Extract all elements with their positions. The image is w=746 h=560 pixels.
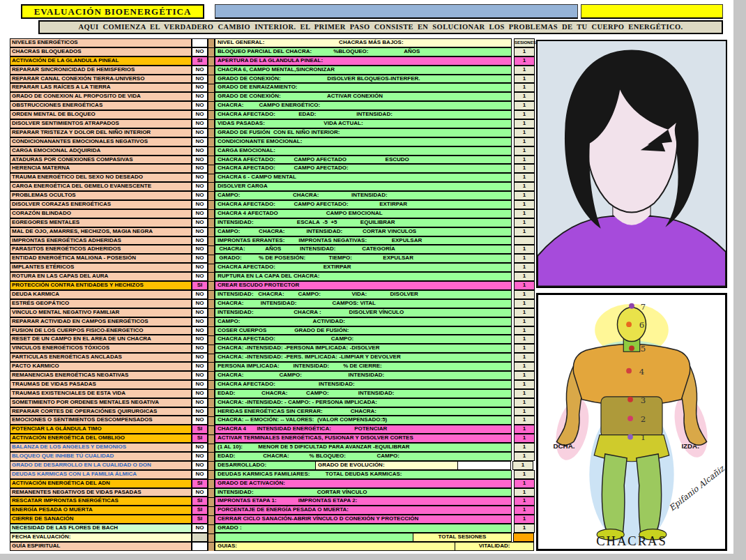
left-row-value[interactable] bbox=[191, 533, 208, 542]
chakra-dot-3[interactable] bbox=[627, 397, 633, 402]
left-row-value[interactable]: SI bbox=[191, 425, 208, 434]
session-cell[interactable]: 1 bbox=[514, 164, 535, 173]
left-row-value[interactable]: NO bbox=[191, 146, 208, 156]
session-cell[interactable]: 1 bbox=[514, 416, 535, 425]
middle-cell[interactable]: GUIAS: bbox=[215, 542, 455, 551]
session-cell[interactable]: 1 bbox=[514, 488, 535, 497]
left-row-value[interactable]: NO bbox=[191, 389, 208, 398]
left-row-value[interactable]: NO bbox=[191, 371, 208, 380]
left-row-value[interactable]: NO bbox=[191, 47, 208, 56]
left-row-value[interactable]: NO bbox=[191, 380, 208, 389]
left-row-value[interactable]: NO bbox=[191, 218, 208, 227]
left-row-value[interactable]: NO bbox=[191, 272, 208, 281]
session-cell[interactable]: 1 bbox=[514, 66, 535, 75]
left-row-value[interactable]: SI bbox=[191, 515, 208, 524]
session-cell[interactable]: 1 bbox=[514, 389, 535, 398]
left-row-value[interactable]: NO bbox=[191, 83, 208, 92]
session-cell[interactable]: 1 bbox=[514, 398, 535, 407]
session-cell[interactable]: 1 bbox=[514, 128, 535, 137]
left-row-value[interactable]: NO bbox=[191, 335, 208, 344]
left-row-value[interactable]: SI bbox=[191, 56, 208, 66]
session-cell[interactable]: 1 bbox=[514, 353, 535, 362]
session-cell[interactable]: 1 bbox=[514, 92, 535, 101]
left-row-value[interactable]: SI bbox=[191, 281, 208, 290]
header-blue-field[interactable] bbox=[215, 4, 578, 19]
session-cell[interactable]: 1 bbox=[514, 317, 535, 326]
middle-cell[interactable]: TOTAL SESIONES bbox=[413, 533, 512, 542]
session-cell[interactable] bbox=[514, 236, 535, 245]
left-row-value[interactable]: NO bbox=[191, 164, 208, 173]
middle-cell[interactable]: VITALIDAD: bbox=[455, 542, 534, 551]
left-row-value[interactable]: NO bbox=[191, 137, 208, 146]
chakra-dot-4[interactable] bbox=[626, 368, 632, 374]
session-cell[interactable]: 1 bbox=[514, 470, 535, 479]
session-cell[interactable]: 1 bbox=[514, 47, 535, 56]
chakra-dot-5[interactable] bbox=[629, 345, 634, 351]
session-cell[interactable]: 1 bbox=[514, 326, 535, 335]
left-row-value[interactable]: NO bbox=[191, 182, 208, 191]
session-cell[interactable]: 1 bbox=[514, 83, 535, 92]
left-row-value[interactable]: SI bbox=[191, 434, 208, 443]
session-cell[interactable]: 1 bbox=[514, 479, 535, 488]
left-row-value[interactable]: NO bbox=[191, 101, 208, 110]
session-cell[interactable] bbox=[513, 533, 534, 542]
left-row-value[interactable]: NO bbox=[191, 308, 208, 317]
left-row-value[interactable]: NO bbox=[191, 353, 208, 362]
session-cell[interactable]: 1 bbox=[514, 182, 535, 191]
chakra-dot-2[interactable] bbox=[627, 416, 633, 421]
session-cell[interactable]: 1 bbox=[514, 200, 535, 209]
session-cell[interactable]: 1 bbox=[514, 56, 535, 66]
left-row-value[interactable]: NO bbox=[191, 344, 208, 353]
session-cell[interactable]: 1 bbox=[514, 137, 535, 146]
session-cell[interactable]: 1 bbox=[514, 218, 535, 227]
session-cell[interactable]: 1 bbox=[514, 254, 535, 263]
left-row-value[interactable]: SI bbox=[191, 506, 208, 515]
session-cell[interactable]: 1 bbox=[514, 101, 535, 110]
session-cell[interactable]: 1 bbox=[514, 452, 535, 461]
session-cell[interactable]: 1 bbox=[514, 506, 535, 515]
session-cell[interactable]: 1 bbox=[514, 245, 535, 254]
session-cell[interactable]: 1 bbox=[514, 425, 535, 434]
left-row-value[interactable]: NO bbox=[191, 443, 208, 452]
left-row-value[interactable]: NO bbox=[191, 209, 208, 218]
left-row-value[interactable]: NO bbox=[191, 416, 208, 425]
left-row-value[interactable]: NO bbox=[191, 290, 208, 299]
session-cell[interactable]: 1 bbox=[514, 299, 535, 308]
session-cell[interactable]: 1 bbox=[514, 362, 535, 371]
left-row-value[interactable]: NO bbox=[191, 236, 208, 245]
left-row-value[interactable]: NO bbox=[191, 191, 208, 200]
session-cell[interactable]: 1 bbox=[514, 335, 535, 344]
session-cell[interactable]: 1 bbox=[514, 380, 535, 389]
left-row-value[interactable]: SI bbox=[191, 479, 208, 488]
session-cell[interactable]: 1 bbox=[514, 290, 535, 299]
left-row-value[interactable]: NO bbox=[191, 173, 208, 182]
left-row-value[interactable]: NO bbox=[191, 470, 208, 479]
left-row-value[interactable]: NO bbox=[191, 200, 208, 209]
left-row-value[interactable]: NO bbox=[191, 66, 208, 75]
header-yellow-field[interactable] bbox=[581, 4, 723, 19]
session-cell[interactable]: 1 bbox=[514, 173, 535, 182]
left-row-value[interactable]: NO bbox=[191, 254, 208, 263]
left-row-value[interactable]: NO bbox=[191, 452, 208, 461]
left-row-value[interactable]: NO bbox=[191, 263, 208, 272]
session-cell[interactable]: 1 bbox=[514, 443, 535, 452]
session-cell[interactable]: 1 bbox=[514, 515, 535, 524]
left-row-value[interactable]: NO bbox=[191, 92, 208, 101]
session-cell[interactable]: 1 bbox=[514, 434, 535, 443]
session-cell[interactable]: 1 bbox=[514, 191, 535, 200]
session-cell[interactable]: 1 bbox=[514, 146, 535, 156]
middle-cell[interactable]: DESARROLLADO: bbox=[215, 461, 316, 470]
session-cell[interactable]: 1 bbox=[514, 281, 535, 290]
session-cell[interactable]: SESIONES bbox=[514, 38, 535, 47]
left-row-value[interactable]: NO bbox=[191, 156, 208, 165]
session-cell[interactable]: 1 bbox=[514, 110, 535, 119]
left-row-value[interactable]: NO bbox=[191, 326, 208, 335]
left-row-value[interactable]: NO bbox=[191, 227, 208, 236]
chakra-dot-7[interactable] bbox=[629, 303, 634, 309]
left-row-value[interactable]: NO bbox=[191, 524, 208, 533]
left-row-value[interactable]: SI bbox=[191, 497, 208, 506]
left-row-value[interactable]: NO bbox=[191, 317, 208, 326]
left-row-value[interactable]: NO bbox=[191, 75, 208, 84]
middle-cell[interactable]: GRADO DE EVOLUCIÓN: bbox=[315, 461, 458, 470]
session-cell[interactable]: 1 bbox=[514, 156, 535, 165]
